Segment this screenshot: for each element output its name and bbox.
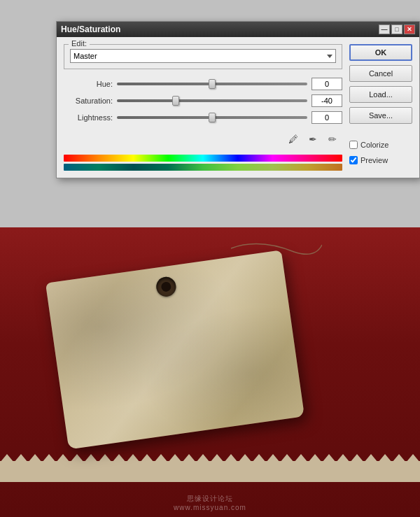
eyedropper-row: 🖉 ✒ ✏	[64, 132, 342, 146]
colorize-checkbox[interactable]	[349, 141, 358, 149]
hue-slider[interactable]	[117, 83, 307, 85]
edit-row: Master Reds Yellows Greens Cyans Blues M…	[70, 49, 336, 63]
hue-label: Hue:	[64, 80, 113, 88]
watermark-line2: www.missyuan.com	[174, 504, 246, 511]
dialog-body: Edit: Master Reds Yellows Greens Cyans B…	[57, 37, 419, 178]
lightness-value-input[interactable]	[312, 111, 342, 124]
saturation-slider[interactable]	[117, 99, 307, 102]
hue-slider-container	[117, 83, 307, 85]
paper-tag	[42, 245, 308, 441]
preview-checkbox[interactable]	[349, 156, 358, 164]
close-button[interactable]: ✕	[404, 24, 415, 34]
lightness-label: Lightness:	[64, 113, 113, 122]
dialog-left-panel: Edit: Master Reds Yellows Greens Cyans B…	[64, 44, 342, 171]
minimize-button[interactable]: —	[379, 24, 390, 34]
edit-group-legend: Edit:	[69, 39, 90, 48]
cancel-button[interactable]: Cancel	[349, 65, 412, 82]
tag-string	[147, 231, 322, 301]
color-bars	[64, 155, 342, 171]
saturation-slider-container	[117, 99, 307, 102]
preview-label[interactable]: Preview	[360, 156, 388, 164]
preview-row: Preview	[349, 156, 412, 164]
hue-value-input[interactable]	[312, 78, 342, 90]
watermark-area: 思缘设计论坛 www.missyuan.com	[0, 494, 420, 511]
lightness-slider[interactable]	[117, 116, 307, 119]
color-bar-adjusted	[64, 164, 342, 171]
hue-saturation-dialog: Hue/Saturation — □ ✕ Edit: Master Reds Y…	[56, 21, 420, 178]
edit-select[interactable]: Master Reds Yellows Greens Cyans Blues M…	[70, 49, 336, 63]
colorize-label[interactable]: Colorize	[360, 141, 388, 149]
watermark-line1: 思缘设计论坛	[187, 495, 233, 502]
eyedropper-minus-button[interactable]: ✏	[326, 132, 340, 146]
hue-row: Hue:	[64, 78, 342, 90]
bottom-strip	[0, 461, 420, 482]
saturation-row: Saturation:	[64, 94, 342, 107]
eyedropper-button[interactable]: 🖉	[286, 132, 300, 146]
ok-button[interactable]: OK	[349, 44, 412, 61]
sliders-section: Hue: Saturation: Lightness:	[64, 75, 342, 127]
dialog-title: Hue/Saturation	[61, 24, 120, 34]
titlebar-controls: — □ ✕	[379, 24, 415, 34]
saturation-value-input[interactable]	[312, 94, 342, 107]
save-button[interactable]: Save...	[349, 107, 412, 124]
lightness-slider-container	[117, 116, 307, 119]
lightness-row: Lightness:	[64, 111, 342, 124]
load-button[interactable]: Load...	[349, 86, 412, 103]
dialog-titlebar: Hue/Saturation — □ ✕	[57, 22, 419, 37]
eyedropper-plus-button[interactable]: ✒	[306, 132, 320, 146]
color-bar-original	[64, 155, 342, 162]
colorize-row: Colorize	[349, 141, 412, 149]
dialog-right-panel: OK Cancel Load... Save... Colorize Previ…	[349, 44, 412, 171]
saturation-label: Saturation:	[64, 97, 113, 105]
edit-group: Edit: Master Reds Yellows Greens Cyans B…	[64, 44, 342, 69]
maximize-button[interactable]: □	[391, 24, 402, 34]
